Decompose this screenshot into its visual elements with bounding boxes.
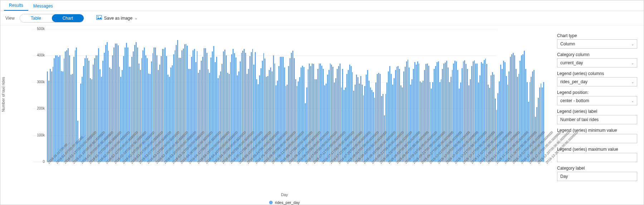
chart-bar[interactable] bbox=[48, 81, 49, 162]
chart-bar[interactable] bbox=[349, 65, 350, 162]
chart-bar[interactable] bbox=[51, 71, 52, 162]
save-as-image-button[interactable]: Save as image ⌄ bbox=[96, 15, 137, 21]
category-column-label: Category column bbox=[557, 52, 637, 57]
legend-position-select[interactable]: center - bottom⌄ bbox=[557, 96, 637, 105]
chart-bar[interactable] bbox=[50, 69, 51, 162]
tab-results[interactable]: Results bbox=[4, 1, 28, 11]
chart-bar[interactable] bbox=[158, 70, 159, 162]
chart-bar[interactable] bbox=[201, 61, 202, 162]
chart-bar[interactable] bbox=[69, 55, 70, 162]
chart-bar[interactable] bbox=[430, 82, 431, 162]
chart-bar[interactable] bbox=[416, 65, 417, 162]
chart-bar[interactable] bbox=[298, 81, 299, 162]
y-tick-label: 300k bbox=[33, 80, 45, 84]
chart-bar[interactable] bbox=[161, 56, 162, 162]
tab-messages[interactable]: Messages bbox=[28, 1, 58, 11]
chart-bar[interactable] bbox=[252, 49, 253, 162]
chart-bar[interactable] bbox=[506, 76, 507, 162]
chevron-down-icon: ⌄ bbox=[631, 61, 634, 65]
chart-bar[interactable] bbox=[424, 70, 425, 162]
chart-bar[interactable] bbox=[54, 58, 55, 162]
tabs-bar: Results Messages bbox=[0, 0, 644, 11]
chart-bar[interactable] bbox=[226, 55, 227, 162]
legend-position-label: Legend position: bbox=[557, 90, 637, 95]
chart-bar[interactable] bbox=[127, 48, 128, 162]
chart-bar[interactable] bbox=[256, 79, 257, 162]
chart-bar[interactable] bbox=[80, 84, 81, 162]
chart-bar[interactable] bbox=[417, 61, 418, 162]
chart-bar[interactable] bbox=[159, 65, 160, 162]
chart-bar[interactable] bbox=[59, 55, 60, 162]
toggle-chart[interactable]: Chart bbox=[52, 14, 84, 22]
chart-type-select[interactable]: Column⌄ bbox=[557, 39, 637, 49]
chart-bar[interactable] bbox=[474, 60, 475, 162]
chart-bar[interactable] bbox=[194, 49, 195, 162]
chart-bar[interactable] bbox=[488, 85, 489, 162]
chart-legend: rides_per_day bbox=[269, 200, 300, 205]
chart-bar[interactable] bbox=[309, 64, 310, 162]
chart-bar[interactable] bbox=[86, 55, 87, 162]
chart-bar[interactable] bbox=[144, 48, 145, 162]
chart-bar[interactable] bbox=[457, 70, 458, 162]
chart-bar[interactable] bbox=[53, 67, 54, 162]
chart-bar[interactable] bbox=[421, 82, 422, 162]
save-as-image-label: Save as image bbox=[104, 16, 132, 21]
chart-bar[interactable] bbox=[90, 78, 91, 162]
chart-bar[interactable] bbox=[187, 46, 188, 162]
chart-bar[interactable] bbox=[153, 48, 155, 162]
chart-bar[interactable] bbox=[484, 60, 485, 162]
chart-bar[interactable] bbox=[332, 67, 333, 162]
save-image-icon bbox=[96, 15, 102, 21]
chart-bar[interactable] bbox=[465, 64, 467, 162]
chart-bar[interactable] bbox=[208, 69, 209, 162]
y-tick-label: 200k bbox=[33, 106, 45, 110]
chart-bar[interactable] bbox=[148, 74, 149, 162]
chart-bar[interactable] bbox=[244, 49, 245, 162]
chart-bar[interactable] bbox=[482, 64, 483, 162]
chart-bar[interactable] bbox=[58, 57, 59, 162]
svg-rect-0 bbox=[97, 15, 102, 20]
chart-bar[interactable] bbox=[83, 66, 84, 162]
toggle-table[interactable]: Table bbox=[20, 14, 52, 22]
chart-bar[interactable] bbox=[47, 71, 48, 162]
chart-bar[interactable] bbox=[314, 79, 316, 162]
chart-bar[interactable] bbox=[274, 64, 275, 162]
chevron-down-icon: ⌄ bbox=[631, 42, 634, 46]
chart-bar[interactable] bbox=[152, 53, 153, 162]
chart-bar[interactable] bbox=[384, 115, 385, 162]
chart-bar[interactable] bbox=[93, 65, 94, 162]
chart-bar[interactable] bbox=[137, 48, 138, 162]
y-tick-label: 100k bbox=[33, 133, 45, 137]
chart-bar[interactable] bbox=[151, 61, 152, 162]
chart-bar[interactable] bbox=[371, 90, 372, 162]
chart-bar[interactable] bbox=[57, 55, 58, 162]
legend-max-input[interactable] bbox=[557, 153, 637, 162]
legend-dot-icon bbox=[269, 201, 273, 204]
chart-bar[interactable] bbox=[99, 69, 101, 162]
chart-bar[interactable] bbox=[423, 81, 424, 162]
category-column-select[interactable]: current_day⌄ bbox=[557, 58, 637, 68]
chart-bar[interactable] bbox=[55, 55, 56, 162]
chart-bar[interactable] bbox=[84, 58, 86, 162]
legend-series-label-input[interactable]: Number of taxi rides bbox=[557, 115, 637, 124]
legend-columns-select[interactable]: rides_per_day⌄ bbox=[557, 77, 637, 86]
category-label-input[interactable]: Day bbox=[557, 172, 637, 181]
chart-bar[interactable] bbox=[355, 85, 356, 162]
chart-bar[interactable] bbox=[94, 58, 95, 162]
chart-bar[interactable] bbox=[297, 86, 298, 162]
chart-bar[interactable] bbox=[516, 69, 517, 162]
chart-bar[interactable] bbox=[82, 77, 83, 162]
chart-bar[interactable] bbox=[308, 69, 309, 162]
chart-bar[interactable] bbox=[353, 91, 354, 162]
chart-bar[interactable] bbox=[198, 73, 199, 162]
chart-bar[interactable] bbox=[356, 75, 357, 162]
chart-bar[interactable] bbox=[199, 70, 200, 162]
category-label-label: Category label bbox=[557, 166, 637, 171]
chart-bar[interactable] bbox=[530, 82, 531, 162]
y-tick-label: 400k bbox=[33, 53, 45, 57]
chart-bar[interactable] bbox=[399, 69, 400, 162]
legend-columns-label: Legend (series) columns bbox=[557, 71, 637, 76]
chart-bar[interactable] bbox=[531, 77, 532, 162]
chart-bar[interactable] bbox=[210, 58, 211, 162]
chart-bar[interactable] bbox=[150, 74, 151, 162]
